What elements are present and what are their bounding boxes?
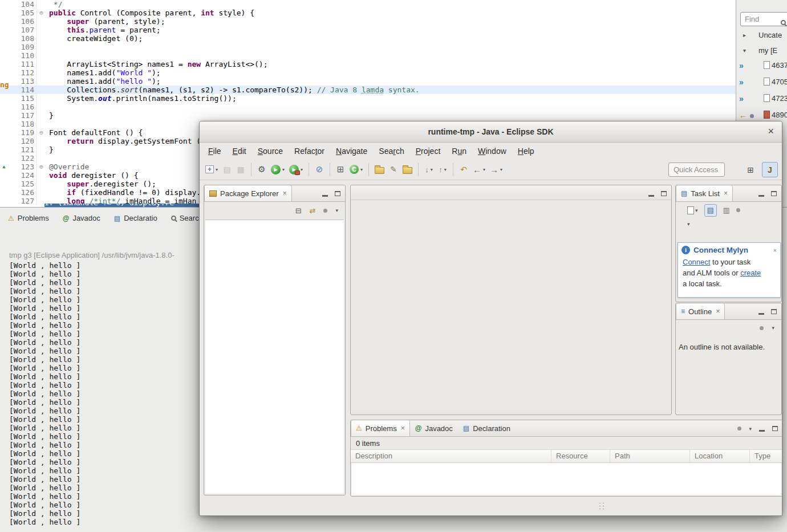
- maximize-button[interactable]: [335, 191, 340, 196]
- view-menu-icon[interactable]: ▾: [687, 221, 690, 227]
- fold-collapse-icon[interactable]: ⊖: [36, 163, 46, 171]
- bg-tab-declaratio[interactable]: ▤Declaratio: [114, 214, 157, 222]
- view-menu-icon[interactable]: ▾: [772, 325, 774, 331]
- view-menu-icon[interactable]: ▾: [749, 426, 752, 432]
- column-header-path[interactable]: Path: [610, 450, 690, 462]
- menu-navigate[interactable]: Navigate: [330, 144, 373, 158]
- tab-outline[interactable]: ≡ Outline ×: [676, 303, 725, 319]
- code-text: public Control (Composite parent, int st…: [46, 9, 254, 17]
- open-perspective-button[interactable]: ⊞: [743, 162, 758, 177]
- scheduled-presentation-button[interactable]: ▥: [723, 206, 730, 214]
- chevron-right-icon[interactable]: ▸: [743, 32, 746, 38]
- new-class-button[interactable]: C▾: [348, 162, 364, 177]
- forward-button[interactable]: →▾: [488, 162, 504, 177]
- tab-problems[interactable]: ⚠Problems×: [351, 420, 410, 436]
- column-header-type[interactable]: Type: [750, 450, 782, 462]
- console-output[interactable]: [World , hello ][World , hello ][World ,…: [9, 261, 80, 526]
- close-icon[interactable]: ×: [401, 424, 405, 432]
- status-bar-drag-handle[interactable]: [598, 502, 606, 511]
- new-wizard-button[interactable]: +▾: [204, 162, 220, 177]
- code-line-107: 107 this.parent = parent;: [0, 26, 736, 34]
- create-link[interactable]: create: [740, 269, 761, 277]
- menu-window[interactable]: Window: [472, 144, 512, 158]
- package-explorer-tree[interactable]: [205, 220, 344, 494]
- minimize-button[interactable]: [648, 195, 654, 197]
- close-icon[interactable]: ×: [773, 247, 777, 254]
- menu-source[interactable]: Source: [252, 144, 289, 158]
- minimize-button[interactable]: [758, 195, 764, 197]
- minimize-button[interactable]: [759, 430, 765, 432]
- task-row[interactable]: »4705: [736, 75, 787, 92]
- fold-collapse-icon[interactable]: ⊖: [36, 128, 46, 137]
- close-icon[interactable]: ×: [724, 189, 728, 197]
- categorized-presentation-button[interactable]: ▤: [704, 204, 717, 217]
- minimize-button[interactable]: [758, 313, 764, 315]
- link-with-editor-icon[interactable]: ⇄: [310, 206, 316, 215]
- menu-help[interactable]: Help: [512, 144, 540, 158]
- line-number: 122: [8, 154, 36, 163]
- back-button[interactable]: ←▾: [471, 162, 487, 177]
- next-annotation-button[interactable]: ↓▾: [423, 162, 435, 177]
- find-input[interactable]: Find: [740, 12, 787, 26]
- bg-tab-javadoc[interactable]: @Javadoc: [63, 214, 100, 222]
- tab-task-list[interactable]: ▤ Task List ×: [676, 185, 733, 201]
- fold-collapse-icon[interactable]: ⊖: [36, 9, 46, 17]
- previous-annotation-button[interactable]: ↑▾: [436, 162, 449, 177]
- task-row[interactable]: »4637: [736, 59, 787, 75]
- task-row[interactable]: »4723: [736, 92, 787, 108]
- menu-search[interactable]: Search: [373, 144, 409, 158]
- focus-task-icon[interactable]: [737, 427, 741, 431]
- menu-file[interactable]: File: [202, 144, 227, 158]
- minimize-button[interactable]: [322, 195, 328, 197]
- task-document-icon: [764, 111, 770, 119]
- quick-access-input[interactable]: Quick Access: [668, 163, 725, 177]
- close-icon[interactable]: ×: [716, 307, 720, 315]
- menu-project[interactable]: Project: [410, 144, 447, 158]
- skip-all-breakpoints-button[interactable]: ⊘: [313, 162, 326, 177]
- menu-refactor[interactable]: Refactor: [289, 144, 330, 158]
- window-titlebar[interactable]: runtime-tmp - Java - Eclipse SDK ×: [200, 121, 782, 143]
- external-tools-button[interactable]: ▶▾: [287, 162, 305, 177]
- open-task-button[interactable]: [373, 162, 386, 177]
- toolbar-separator: [453, 163, 453, 176]
- focus-task-icon[interactable]: [323, 209, 327, 213]
- column-header-description[interactable]: Description: [351, 450, 551, 462]
- maximize-button[interactable]: [771, 191, 777, 196]
- close-icon[interactable]: ×: [283, 189, 287, 197]
- debug-button[interactable]: ⚙: [255, 162, 268, 177]
- maximize-button[interactable]: [661, 191, 667, 196]
- window-title: runtime-tmp - Java - Eclipse SDK: [428, 127, 553, 136]
- column-header-resource[interactable]: Resource: [551, 450, 610, 462]
- menu-edit[interactable]: Edit: [227, 144, 252, 158]
- run-button[interactable]: ▶▾: [269, 162, 286, 177]
- task-group-row[interactable]: ▾my [E: [736, 44, 787, 59]
- java-perspective-button[interactable]: J: [762, 162, 778, 177]
- new-task-button[interactable]: ▾: [687, 206, 698, 214]
- window-close-button[interactable]: ×: [768, 121, 774, 141]
- task-group-row[interactable]: ▸Uncate: [736, 29, 787, 43]
- column-header-location[interactable]: Location: [690, 450, 750, 462]
- focus-task-icon[interactable]: [760, 326, 764, 330]
- focus-on-workweek-icon[interactable]: [736, 208, 740, 212]
- bg-tab-search[interactable]: Search: [171, 214, 203, 222]
- maximize-button[interactable]: [771, 309, 777, 314]
- tab-javadoc[interactable]: @Javadoc: [410, 420, 458, 436]
- last-edit-location-button[interactable]: ↶: [457, 162, 470, 177]
- new-java-project-button[interactable]: ⊞: [334, 162, 347, 177]
- tab-package-explorer[interactable]: Package Explorer ×: [204, 185, 292, 201]
- mark-occurrences-button[interactable]: ✎: [387, 162, 400, 177]
- bg-tab-problems[interactable]: ⚠Problems: [8, 214, 49, 222]
- collapse-all-icon[interactable]: ⊟: [295, 206, 302, 215]
- chevron-down-icon[interactable]: ▾: [743, 47, 746, 54]
- maximize-button[interactable]: [772, 426, 778, 431]
- tab-declaration[interactable]: ▤Declaration: [458, 420, 516, 436]
- view-menu-icon[interactable]: ▾: [335, 208, 338, 213]
- problems-table-body[interactable]: [352, 463, 781, 495]
- connect-link[interactable]: Connect: [683, 258, 710, 266]
- line-number: 109: [8, 43, 36, 51]
- task-id: 4723: [772, 94, 787, 103]
- menu-run[interactable]: Run: [446, 144, 472, 158]
- fold-column: [36, 120, 46, 128]
- editor-area[interactable]: [350, 185, 672, 415]
- open-resource-button[interactable]: [401, 162, 414, 177]
